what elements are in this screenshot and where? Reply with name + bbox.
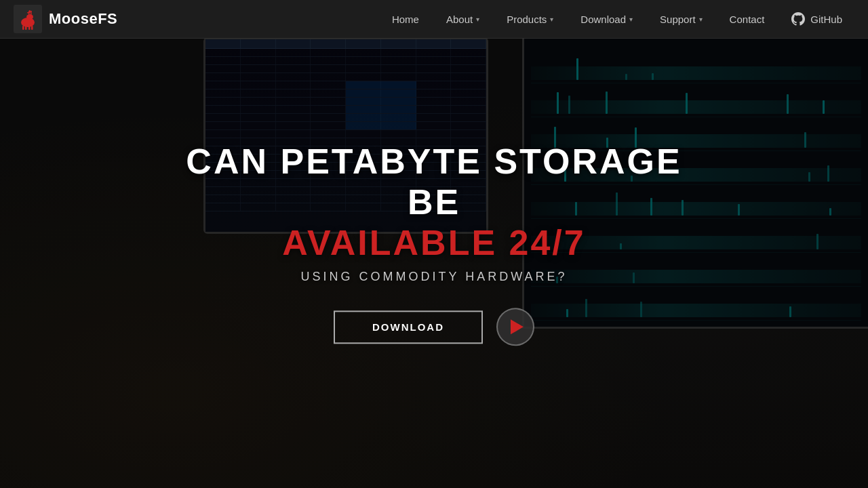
svg-rect-5: [28, 26, 31, 30]
svg-point-2: [26, 14, 33, 20]
nav-link-github[interactable]: GitHub: [779, 7, 854, 31]
brand-name: MooseFS: [49, 10, 117, 28]
hero-content: CAN PETABYTE STORAGE BE AVAILABLE 24/7 U…: [163, 142, 705, 346]
nav-item-support: Support ▾: [648, 8, 715, 30]
chevron-down-icon: ▾: [550, 16, 553, 23]
hero-title-line2: AVAILABLE 24/7: [163, 223, 705, 264]
play-icon: [511, 320, 524, 335]
svg-rect-3: [22, 26, 24, 30]
svg-rect-6: [31, 26, 33, 30]
logo-icon: [14, 5, 42, 33]
nav-item-about: About ▾: [434, 8, 492, 30]
svg-rect-4: [25, 26, 27, 30]
navbar: MooseFS Home About ▾ Products ▾ Downl: [0, 0, 868, 39]
brand-link[interactable]: MooseFS: [14, 5, 117, 33]
nav-item-products: Products ▾: [494, 8, 566, 30]
nav-item-contact: Contact: [717, 8, 777, 30]
nav-link-contact[interactable]: Contact: [717, 8, 777, 30]
nav-item-download: Download ▾: [568, 8, 645, 30]
nav-link-support[interactable]: Support ▾: [648, 8, 715, 30]
nav-item-home: Home: [380, 8, 431, 30]
svg-rect-11: [28, 11, 32, 12]
nav-link-about[interactable]: About ▾: [434, 8, 492, 30]
nav-link-products[interactable]: Products ▾: [494, 8, 566, 30]
hero-buttons: DOWNLOAD: [163, 308, 705, 346]
play-button[interactable]: [496, 308, 534, 346]
github-icon: [791, 12, 805, 26]
chevron-down-icon: ▾: [699, 16, 703, 23]
navbar-nav: Home About ▾ Products ▾ Download ▾: [380, 7, 854, 31]
hero-title-line1: CAN PETABYTE STORAGE BE: [163, 142, 705, 223]
download-button[interactable]: DOWNLOAD: [334, 310, 483, 344]
chevron-down-icon: ▾: [629, 16, 633, 23]
nav-link-download[interactable]: Download ▾: [568, 8, 645, 30]
hero-section: MooseFS Home About ▾ Products ▾ Downl: [0, 0, 868, 488]
hero-subtitle: USING COMMODITY HARDWARE?: [163, 270, 705, 285]
svg-rect-8: [31, 12, 32, 16]
nav-item-github: GitHub: [779, 7, 854, 31]
nav-link-home[interactable]: Home: [380, 8, 431, 30]
chevron-down-icon: ▾: [476, 16, 479, 23]
github-label: GitHub: [810, 14, 842, 25]
